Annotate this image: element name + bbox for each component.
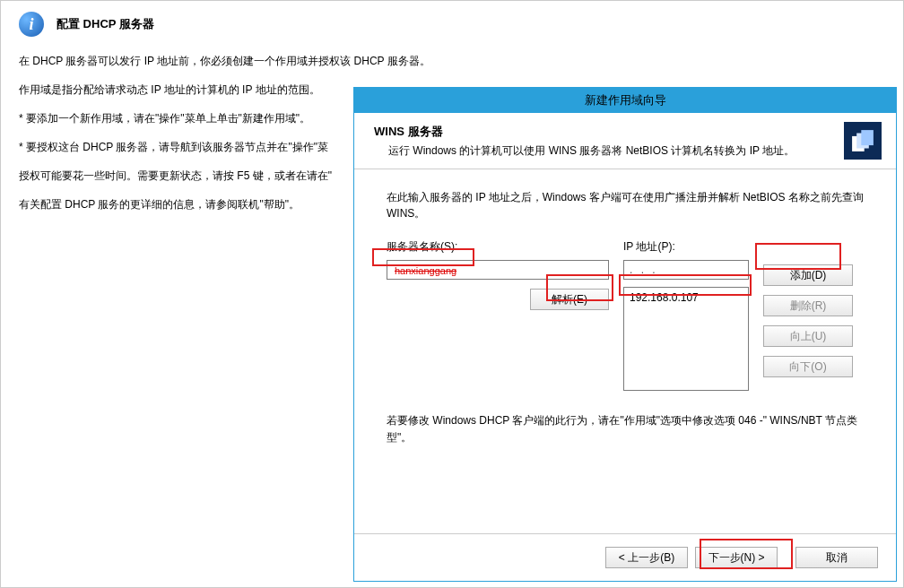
wizard-step-title: WINS 服务器 — [374, 124, 835, 140]
new-scope-wizard-dialog: 新建作用域向导 WINS 服务器 运行 Windows 的计算机可以使用 WIN… — [353, 87, 897, 582]
remove-button[interactable]: 删除(R) — [763, 295, 853, 316]
move-down-button[interactable]: 向下(O) — [763, 356, 853, 377]
add-button[interactable]: 添加(D) — [763, 264, 853, 286]
move-up-button[interactable]: 向上(U) — [763, 325, 853, 347]
wizard-body: 在此输入服务器的 IP 地址之后，Windows 客户端可在使用广播注册并解析 … — [354, 169, 896, 533]
ip-address-listbox[interactable]: 192.168.0.107 — [623, 287, 749, 391]
info-icon: i — [19, 12, 44, 37]
wizard-icon — [844, 122, 882, 160]
wizard-intro-text: 在此输入服务器的 IP 地址之后，Windows 客户端可在使用广播注册并解析 … — [387, 189, 864, 221]
next-button[interactable]: 下一步(N) > — [695, 547, 778, 568]
list-item[interactable]: 192.168.0.107 — [630, 290, 743, 306]
wizard-footer-note: 若要修改 Windows DHCP 客户端的此行为，请在"作用域"选项中修改选项… — [387, 412, 864, 446]
back-button[interactable]: < 上一步(B) — [605, 547, 688, 568]
cancel-button[interactable]: 取消 — [795, 547, 878, 568]
server-name-label: 服务器名称(S): — [387, 239, 609, 255]
wizard-footer: < 上一步(B) 下一步(N) > 取消 — [354, 533, 896, 581]
svg-rect-2 — [861, 130, 874, 145]
ip-address-input[interactable]: . . . — [623, 260, 749, 280]
page-title: 配置 DHCP 服务器 — [56, 16, 154, 32]
page-header: i 配置 DHCP 服务器 — [19, 12, 885, 37]
wizard-step-subtitle: 运行 Windows 的计算机可以使用 WINS 服务器将 NetBIOS 计算… — [374, 143, 835, 159]
wizard-header: WINS 服务器 运行 Windows 的计算机可以使用 WINS 服务器将 N… — [354, 113, 896, 169]
resolve-button[interactable]: 解析(E) — [530, 289, 609, 310]
ip-address-label: IP 地址(P): — [623, 239, 749, 255]
server-name-input[interactable]: hanxianggang — [387, 260, 609, 280]
dialog-title-bar[interactable]: 新建作用域向导 — [354, 88, 896, 113]
bg-line: 在 DHCP 服务器可以发行 IP 地址前，你必须创建一个作用域并授权该 DHC… — [19, 53, 885, 69]
